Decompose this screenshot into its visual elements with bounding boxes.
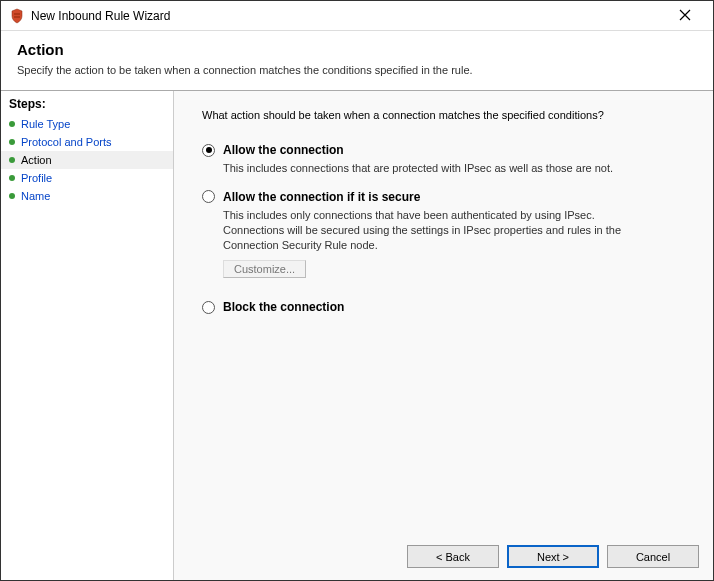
option-allow-secure: Allow the connection if it is secure Thi… [202, 190, 691, 279]
content-pane: What action should be taken when a conne… [173, 91, 713, 580]
page-title: Action [17, 41, 697, 58]
steps-sidebar: Steps: Rule Type Protocol and Ports Acti… [1, 91, 173, 580]
wizard-footer: < Back Next > Cancel [174, 535, 713, 580]
option-allow-secure-desc: This includes only connections that have… [223, 208, 653, 253]
step-name[interactable]: Name [1, 187, 173, 205]
step-bullet-icon [9, 139, 15, 145]
window-title: New Inbound Rule Wizard [31, 9, 665, 23]
step-protocol-and-ports[interactable]: Protocol and Ports [1, 133, 173, 151]
wizard-header: Action Specify the action to be taken wh… [1, 31, 713, 90]
close-button[interactable] [665, 8, 705, 24]
radio-allow-secure[interactable] [202, 190, 215, 203]
customize-button: Customize... [223, 260, 306, 278]
radio-block[interactable] [202, 301, 215, 314]
step-bullet-icon [9, 193, 15, 199]
radio-allow[interactable] [202, 144, 215, 157]
steps-heading: Steps: [1, 95, 173, 115]
step-profile[interactable]: Profile [1, 169, 173, 187]
step-label: Action [21, 154, 52, 166]
page-description: Specify the action to be taken when a co… [17, 64, 697, 76]
wizard-body: Steps: Rule Type Protocol and Ports Acti… [1, 90, 713, 580]
svg-rect-0 [14, 13, 20, 15]
option-allow-desc: This includes connections that are prote… [223, 161, 653, 176]
option-block-title: Block the connection [223, 300, 344, 314]
step-label: Profile [21, 172, 52, 184]
action-prompt: What action should be taken when a conne… [202, 109, 691, 121]
next-button[interactable]: Next > [507, 545, 599, 568]
step-label: Rule Type [21, 118, 70, 130]
firewall-icon [9, 8, 25, 24]
svg-rect-1 [14, 16, 20, 18]
step-bullet-icon [9, 121, 15, 127]
step-label: Name [21, 190, 50, 202]
back-button[interactable]: < Back [407, 545, 499, 568]
titlebar: New Inbound Rule Wizard [1, 1, 713, 31]
content-inner: What action should be taken when a conne… [174, 91, 713, 535]
cancel-button[interactable]: Cancel [607, 545, 699, 568]
step-rule-type[interactable]: Rule Type [1, 115, 173, 133]
step-bullet-icon [9, 157, 15, 163]
option-block: Block the connection [202, 300, 691, 314]
wizard-window: New Inbound Rule Wizard Action Specify t… [0, 0, 714, 581]
step-bullet-icon [9, 175, 15, 181]
step-action[interactable]: Action [1, 151, 173, 169]
option-allow-secure-title: Allow the connection if it is secure [223, 190, 420, 204]
option-allow: Allow the connection This includes conne… [202, 143, 691, 176]
option-allow-title: Allow the connection [223, 143, 344, 157]
step-label: Protocol and Ports [21, 136, 112, 148]
